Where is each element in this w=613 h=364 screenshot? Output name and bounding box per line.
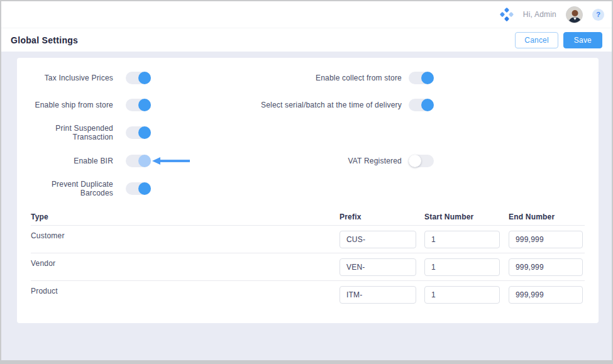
title-bar: Global Settings Cancel Save: [1, 29, 612, 52]
table-row-customer: Customer: [31, 226, 585, 253]
toggle-print-suspended[interactable]: [126, 126, 151, 139]
table-row-product: Product: [31, 281, 585, 309]
cancel-button[interactable]: Cancel: [515, 32, 558, 48]
col-header-end-number: End Number: [509, 212, 585, 221]
customer-end-number-input[interactable]: [509, 231, 583, 248]
setting-label: VAT Registered: [213, 157, 402, 165]
toggle-enable-bir[interactable]: [126, 155, 151, 167]
setting-row-tax-inclusive: Tax Inclusive Prices: [30, 72, 151, 84]
left-arrow-icon: [152, 157, 191, 168]
table-row-vendor: Vendor: [31, 253, 585, 281]
col-header-start-number: Start Number: [424, 212, 509, 221]
col-header-type: Type: [31, 212, 340, 221]
vendor-end-number-input[interactable]: [509, 258, 583, 276]
vendor-start-number-input[interactable]: [424, 258, 500, 276]
page-title: Global Settings: [11, 35, 515, 45]
settings-card: Tax Inclusive Prices Enable ship from st…: [17, 58, 599, 323]
setting-label: Tax Inclusive Prices: [30, 74, 113, 82]
setting-label: Enable ship from store: [30, 101, 113, 109]
row-type-label: Product: [31, 281, 340, 295]
user-greeting: Hi, Admin: [523, 10, 556, 19]
toggle-ship-from-store[interactable]: [126, 99, 151, 111]
setting-label: Print Suspended Transaction: [30, 124, 113, 141]
setting-row-vat-registered: VAT Registered: [213, 155, 434, 167]
window-bottom-border: [1, 360, 612, 363]
toggle-vat-registered[interactable]: [409, 155, 434, 167]
row-type-label: Customer: [31, 226, 340, 240]
help-icon[interactable]: ?: [592, 9, 604, 21]
apps-grid-icon[interactable]: [500, 8, 514, 21]
toggle-tax-inclusive[interactable]: [126, 72, 151, 84]
setting-row-ship-from-store: Enable ship from store: [30, 99, 151, 111]
top-bar: Hi, Admin ?: [1, 1, 612, 28]
save-button[interactable]: Save: [563, 32, 602, 48]
setting-row-prevent-duplicate-barcodes: Prevent Duplicate Barcodes: [30, 182, 151, 195]
row-type-label: Vendor: [31, 253, 340, 268]
toggle-collect-from-store[interactable]: [409, 72, 434, 84]
setting-row-collect-from-store: Enable collect from store: [213, 72, 434, 84]
setting-label: Enable collect from store: [213, 74, 402, 82]
setting-row-serial-batch: Select serial/batch at the time of deliv…: [213, 99, 434, 111]
prefix-table: Type Prefix Start Number End Number Cust…: [31, 209, 585, 309]
product-prefix-input[interactable]: [340, 286, 416, 304]
table-header-row: Type Prefix Start Number End Number: [31, 209, 585, 226]
setting-row-print-suspended: Print Suspended Transaction: [30, 126, 151, 139]
product-start-number-input[interactable]: [424, 286, 500, 304]
setting-label: Select serial/batch at the time of deliv…: [213, 101, 402, 109]
vendor-prefix-input[interactable]: [340, 258, 416, 276]
setting-label: Prevent Duplicate Barcodes: [30, 180, 113, 197]
col-header-prefix: Prefix: [340, 212, 424, 221]
setting-row-enable-bir: Enable BIR: [30, 155, 151, 167]
global-settings-page: Hi, Admin ? Global Settings Cancel Save …: [0, 0, 613, 364]
avatar[interactable]: [566, 6, 583, 23]
product-end-number-input[interactable]: [509, 286, 583, 304]
toggle-serial-batch[interactable]: [409, 99, 434, 111]
setting-label: Enable BIR: [30, 157, 113, 165]
customer-prefix-input[interactable]: [340, 231, 416, 248]
toggle-prevent-duplicate-barcodes[interactable]: [126, 182, 151, 195]
customer-start-number-input[interactable]: [424, 231, 500, 248]
content-area: Tax Inclusive Prices Enable ship from st…: [1, 52, 612, 360]
